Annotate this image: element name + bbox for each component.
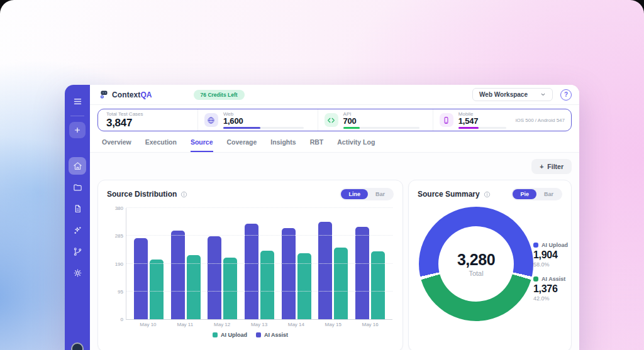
toggle-bar[interactable]: Bar bbox=[536, 189, 561, 199]
gridline bbox=[126, 235, 392, 236]
progress-fill bbox=[223, 127, 260, 129]
sidebar-nav bbox=[69, 157, 86, 282]
code-icon bbox=[325, 113, 338, 127]
legend-swatch bbox=[213, 332, 218, 337]
avatar[interactable] bbox=[71, 342, 84, 350]
app-logo: ContextQA bbox=[99, 90, 152, 100]
bar-ai-assist[interactable] bbox=[318, 222, 332, 319]
chevron-down-icon bbox=[540, 92, 546, 97]
legend-percent: 58.0% bbox=[533, 261, 568, 268]
top-bar: ContextQA 76 Credits Left Web Workspace … bbox=[90, 85, 579, 105]
x-axis-labels: May 10May 11May 12May 13May 14May 15May … bbox=[126, 322, 392, 327]
bar-ai-assist[interactable] bbox=[245, 224, 258, 319]
bar-group bbox=[352, 208, 389, 319]
card-header: Source Summary Pie Bar bbox=[418, 188, 562, 200]
filter-button[interactable]: + Filter bbox=[531, 159, 572, 174]
settings-icon[interactable] bbox=[69, 264, 86, 282]
progress-fill bbox=[458, 127, 479, 129]
folder-icon[interactable] bbox=[69, 178, 86, 196]
menu-icon[interactable] bbox=[69, 92, 86, 110]
stat-platform-detail: iOS 500 / Android 547 bbox=[516, 118, 565, 123]
donut-center: 3,280 Total bbox=[438, 226, 514, 302]
sparkles-icon[interactable] bbox=[69, 221, 86, 239]
bar-ai-upload[interactable] bbox=[223, 258, 237, 319]
bar-ai-upload[interactable] bbox=[371, 251, 385, 319]
gridline bbox=[126, 207, 392, 208]
source-summary-card: Source Summary Pie Bar bbox=[408, 180, 572, 350]
tab-execution[interactable]: Execution bbox=[145, 138, 177, 152]
document-icon[interactable] bbox=[69, 200, 86, 217]
x-axis-label: May 13 bbox=[241, 322, 278, 327]
summary-legend: AI Upload 1,904 58.0%AI Assist 1,376 42.… bbox=[533, 207, 570, 321]
branch-icon[interactable] bbox=[69, 243, 86, 260]
logo-robot-icon bbox=[99, 90, 109, 100]
toggle-pie[interactable]: Pie bbox=[513, 189, 536, 199]
bar-ai-assist[interactable] bbox=[355, 227, 369, 319]
toggle-bar[interactable]: Bar bbox=[368, 189, 392, 199]
card-title: Source Summary bbox=[418, 190, 480, 199]
stat-api: API 700 bbox=[318, 109, 433, 131]
toggle-line[interactable]: Line bbox=[341, 189, 368, 199]
legend-label: AI Assist bbox=[264, 332, 288, 338]
legend-label: AI Upload bbox=[221, 332, 247, 338]
line-bar-toggle: Line Bar bbox=[340, 188, 394, 200]
bar-ai-assist[interactable] bbox=[282, 228, 296, 319]
gridline bbox=[126, 291, 392, 292]
bar-group bbox=[204, 208, 241, 319]
x-axis-label: May 14 bbox=[277, 322, 314, 327]
bar-chart: 095190285380 bbox=[126, 208, 392, 320]
bar-ai-upload[interactable] bbox=[150, 260, 164, 319]
y-axis-tick: 285 bbox=[115, 233, 123, 239]
progress-track bbox=[223, 127, 304, 129]
x-axis-label: May 15 bbox=[314, 322, 352, 327]
summary-legend-item: AI Assist 1,376 42.0% bbox=[533, 276, 568, 302]
gridline bbox=[126, 263, 392, 264]
info-icon[interactable] bbox=[180, 191, 187, 198]
workspace-selector[interactable]: Web Workspace bbox=[472, 88, 553, 101]
bar-ai-assist[interactable] bbox=[208, 236, 221, 319]
legend-item: AI Assist bbox=[256, 332, 288, 338]
legend-label: AI Assist bbox=[541, 276, 565, 282]
add-button[interactable] bbox=[69, 122, 86, 138]
legend-value: 1,376 bbox=[533, 283, 568, 295]
source-distribution-card: Source Distribution Line Bar bbox=[97, 180, 403, 350]
bar-group bbox=[278, 208, 315, 319]
donut: 3,280 Total bbox=[419, 207, 533, 321]
tab-overview[interactable]: Overview bbox=[102, 138, 131, 152]
sidebar-divider bbox=[70, 116, 84, 116]
donut-chart: 3,280 Total AI Upload 1,904 58.0%AI Assi… bbox=[418, 207, 562, 321]
stat-value: 700 bbox=[343, 117, 426, 126]
bar-group bbox=[241, 208, 278, 319]
tab-bar: Overview Execution Source Coverage Insig… bbox=[90, 131, 579, 153]
info-icon[interactable] bbox=[484, 191, 491, 198]
credits-badge: 76 Credits Left bbox=[194, 90, 245, 100]
card-header: Source Distribution Line Bar bbox=[107, 188, 394, 200]
topbar-right: Web Workspace ? bbox=[472, 88, 572, 101]
x-axis-label: May 12 bbox=[204, 322, 241, 327]
home-icon[interactable] bbox=[69, 157, 86, 175]
legend-item: AI Upload bbox=[213, 332, 247, 338]
tab-activity-log[interactable]: Activity Log bbox=[337, 138, 375, 152]
bar-ai-upload[interactable] bbox=[260, 251, 274, 319]
bar-group bbox=[130, 208, 167, 319]
help-icon[interactable]: ? bbox=[560, 89, 572, 101]
bar-ai-assist[interactable] bbox=[171, 231, 185, 319]
stat-web: Web 1,600 bbox=[197, 109, 318, 131]
tab-source[interactable]: Source bbox=[191, 138, 213, 152]
bar-ai-upload[interactable] bbox=[334, 248, 348, 319]
globe-icon bbox=[204, 113, 218, 127]
stat-value: 3,847 bbox=[106, 118, 132, 129]
stat-mobile: Mobile 1,547 iOS 500 / Android 547 bbox=[433, 109, 571, 131]
tab-rbt[interactable]: RBT bbox=[310, 138, 324, 152]
y-axis-tick: 380 bbox=[115, 205, 123, 211]
sidebar bbox=[65, 85, 90, 350]
bar-ai-assist[interactable] bbox=[134, 238, 148, 319]
bar-ai-upload[interactable] bbox=[187, 255, 201, 319]
tab-coverage[interactable]: Coverage bbox=[227, 138, 257, 152]
bar-chart-plot: 095190285380 bbox=[126, 208, 392, 320]
legend-swatch bbox=[533, 243, 538, 248]
stat-total-test-cases: Total Test Cases 3,847 bbox=[98, 109, 197, 131]
logo-text: ContextQA bbox=[112, 90, 152, 99]
content-area: + Filter Source Distribution L bbox=[90, 153, 579, 350]
tab-insights[interactable]: Insights bbox=[270, 138, 296, 152]
